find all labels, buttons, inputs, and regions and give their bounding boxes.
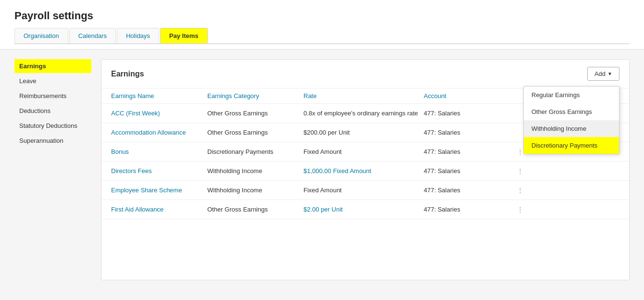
- row-category: Withholding Income: [207, 167, 303, 175]
- panel-title: Earnings: [111, 70, 144, 78]
- row-account: 477: Salaries: [424, 187, 510, 194]
- col-earnings-category: Earnings Category: [207, 92, 303, 100]
- content-area: Earnings Leave Reimbursements Deductions…: [0, 50, 644, 290]
- col-earnings-name: Earnings Name: [111, 92, 207, 100]
- row-name[interactable]: Employee Share Scheme: [111, 187, 207, 194]
- row-name[interactable]: Accommodation Allowance: [111, 129, 207, 136]
- row-name[interactable]: First Aid Allowance: [111, 206, 207, 213]
- table-row: Employee Share Scheme Withholding Income…: [101, 181, 629, 200]
- dropdown-item-withholding-income[interactable]: Withholding Income: [524, 120, 619, 137]
- sidebar-item-reimbursements[interactable]: Reimbursements: [14, 89, 91, 103]
- row-category: Withholding Income: [207, 187, 303, 194]
- chevron-down-icon: ▼: [607, 71, 612, 76]
- row-rate: $200.00 per Unit: [303, 129, 424, 136]
- row-rate: $2.00 per Unit: [303, 206, 424, 213]
- row-category: Discretionary Payments: [207, 148, 303, 155]
- row-name[interactable]: Bonus: [111, 148, 207, 155]
- dropdown-item-other-gross-earnings[interactable]: Other Gross Earnings: [524, 103, 619, 120]
- tab-holidays[interactable]: Holidays: [117, 28, 159, 43]
- panel-header: Earnings Add ▼: [101, 60, 629, 88]
- col-account: Account: [424, 92, 510, 100]
- row-account: 477: Salaries: [424, 110, 510, 117]
- row-rate: Fixed Amount: [303, 148, 424, 155]
- row-account: 477: Salaries: [424, 206, 510, 213]
- add-dropdown-menu: Regular Earnings Other Gross Earnings Wi…: [523, 86, 619, 154]
- dropdown-item-regular-earnings[interactable]: Regular Earnings: [524, 87, 619, 103]
- sidebar: Earnings Leave Reimbursements Deductions…: [14, 59, 91, 280]
- tab-calendars[interactable]: Calendars: [69, 28, 116, 43]
- col-rate: Rate: [303, 92, 424, 100]
- sidebar-item-statutory-deductions[interactable]: Statutory Deductions: [14, 119, 91, 133]
- row-actions[interactable]: ⋮: [510, 206, 530, 213]
- page-header: Payroll settings Organisation Calendars …: [0, 0, 644, 50]
- row-rate: $1,000.00 Fixed Amount: [303, 167, 424, 175]
- tabs: Organisation Calendars Holidays Pay Item…: [14, 28, 630, 44]
- table-row: Directors Fees Withholding Income $1,000…: [101, 162, 629, 181]
- dropdown-item-discretionary-payments[interactable]: Discretionary Payments: [524, 137, 619, 154]
- row-name[interactable]: ACC (First Week): [111, 110, 207, 117]
- row-account: 477: Salaries: [424, 167, 510, 175]
- tab-organisation[interactable]: Organisation: [14, 28, 68, 43]
- add-button[interactable]: Add ▼: [587, 67, 619, 81]
- row-rate: 0.8x of employee's ordinary earnings rat…: [303, 110, 424, 117]
- sidebar-item-deductions[interactable]: Deductions: [14, 104, 91, 118]
- main-panel: Earnings Add ▼ Regular Earnings Other Gr…: [101, 59, 630, 280]
- row-actions[interactable]: ⋮: [510, 167, 530, 175]
- row-category: Other Gross Earnings: [207, 110, 303, 117]
- row-account: 477: Salaries: [424, 129, 510, 136]
- tab-pay-items[interactable]: Pay Items: [160, 28, 208, 43]
- row-category: Other Gross Earnings: [207, 206, 303, 213]
- sidebar-item-leave[interactable]: Leave: [14, 74, 91, 88]
- row-category: Other Gross Earnings: [207, 129, 303, 136]
- row-actions[interactable]: ⋮: [510, 187, 530, 194]
- sidebar-item-superannuation[interactable]: Superannuation: [14, 134, 91, 148]
- page-title: Payroll settings: [14, 10, 630, 22]
- sidebar-item-earnings[interactable]: Earnings: [14, 59, 91, 73]
- row-account: 477: Salaries: [424, 148, 510, 155]
- row-rate: Fixed Amount: [303, 187, 424, 194]
- table-row: First Aid Allowance Other Gross Earnings…: [101, 200, 629, 219]
- row-name[interactable]: Directors Fees: [111, 167, 207, 175]
